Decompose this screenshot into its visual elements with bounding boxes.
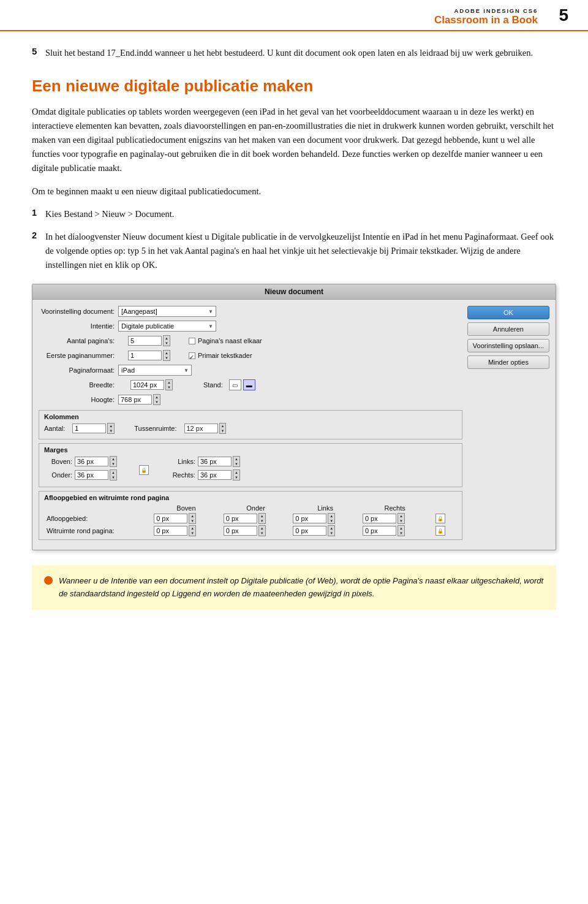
up-arrow2: ▲ bbox=[164, 351, 170, 355]
afloop-boven[interactable]: 0 px ▲▼ bbox=[151, 512, 221, 525]
intentie-label: Intentie: bbox=[39, 322, 118, 330]
links-marge-label: Links: bbox=[167, 458, 198, 465]
eerste-row: Eerste paginanummer: 1 ▲ ▼ Primair tekst… bbox=[39, 350, 462, 361]
wit-links-input[interactable]: 0 px bbox=[293, 526, 326, 536]
rechts-spinner: 36 px ▲ ▼ bbox=[198, 469, 240, 480]
wit-boven-input[interactable]: 0 px bbox=[154, 526, 187, 536]
onder-arrows[interactable]: ▲ ▼ bbox=[110, 469, 117, 480]
lock-icon[interactable]: 🔒 bbox=[139, 465, 149, 475]
wit-boven[interactable]: 0 px ▲▼ bbox=[151, 525, 221, 537]
col-links: Links bbox=[290, 504, 360, 512]
boven-input[interactable]: 36 px bbox=[75, 457, 108, 466]
dialog-form: Voorinstelling document: [Aangepast] ▼ I… bbox=[39, 306, 462, 544]
breedte-input[interactable]: 1024 px bbox=[130, 380, 164, 390]
hoogte-row: Hoogte: 768 px ▲ ▼ bbox=[39, 394, 462, 405]
boven-marge-label: Boven: bbox=[44, 458, 75, 465]
boven-spinner: 36 px ▲ ▼ bbox=[75, 456, 117, 467]
paginaformaat-input[interactable]: iPad ▼ bbox=[118, 365, 192, 376]
paginas-naast-checkbox[interactable] bbox=[189, 338, 195, 344]
portrait-icon[interactable]: ▭ bbox=[229, 379, 241, 390]
paginaformaat-value: iPad bbox=[121, 367, 135, 374]
afloop-rechts[interactable]: 0 px ▲▼ bbox=[360, 512, 430, 525]
marges-right-col: Links: 36 px ▲ ▼ bbox=[167, 456, 240, 484]
afloopgebied-section: Afloopgebied en witruimte rond pagina Bo… bbox=[39, 491, 462, 540]
dropdown-arrow-voorinstelling: ▼ bbox=[208, 309, 213, 314]
wit-lock-icon[interactable]: 🔒 bbox=[435, 526, 445, 536]
paginas-naast-label: Pagina's naast elkaar bbox=[198, 337, 262, 344]
dropdown-arrow-intentie: ▼ bbox=[208, 324, 213, 329]
up-arrow5: ▲ bbox=[108, 424, 114, 428]
afloop-lock-icon[interactable]: 🔒 bbox=[435, 514, 445, 523]
eerste-arrows[interactable]: ▲ ▼ bbox=[163, 350, 170, 361]
wit-rechts-input[interactable]: 0 px bbox=[363, 526, 396, 536]
page-number: 5 bbox=[559, 6, 568, 25]
bleed-table: Boven Onder Links Rechts Afloopgebied: bbox=[44, 504, 457, 537]
series-label: ADOBE INDESIGN CS6 bbox=[434, 7, 538, 14]
afloopgebied-row: Afloopgebied: 0 px ▲▼ 0 px bbox=[44, 512, 457, 525]
voorinstelling-button[interactable]: Voorinstelling opslaan... bbox=[467, 339, 549, 352]
wit-links[interactable]: 0 px ▲▼ bbox=[290, 525, 360, 537]
content-area: 5 Sluit het bestand 17_End.indd wanneer … bbox=[0, 46, 588, 610]
breedte-arrows[interactable]: ▲ ▼ bbox=[165, 379, 173, 390]
afloop-links[interactable]: 0 px ▲▼ bbox=[290, 512, 360, 525]
afloop-onder[interactable]: 0 px ▲▼ bbox=[221, 512, 291, 525]
afloopgebied-row-label: Afloopgebied: bbox=[44, 512, 151, 525]
tussenruimte-input[interactable]: 12 px bbox=[184, 424, 218, 433]
up-arrow4: ▲ bbox=[154, 395, 160, 400]
wit-onder[interactable]: 0 px ▲▼ bbox=[221, 525, 291, 537]
up-arrow: ▲ bbox=[164, 336, 170, 341]
primair-row: Primair tekstkader bbox=[189, 352, 252, 359]
breedte-label: Breedte: bbox=[39, 381, 118, 389]
links-arrows[interactable]: ▲ ▼ bbox=[233, 456, 240, 467]
up-arrow6: ▲ bbox=[220, 424, 226, 428]
down-arrow: ▼ bbox=[164, 341, 170, 346]
intentie-input[interactable]: Digitale publicatie ▼ bbox=[118, 321, 216, 332]
aantal-value: 5 bbox=[130, 337, 134, 344]
hoogte-arrows[interactable]: ▲ ▼ bbox=[153, 394, 160, 405]
afloop-boven-input[interactable]: 0 px bbox=[154, 514, 187, 523]
step-5-text: Sluit het bestand 17_End.indd wanneer u … bbox=[45, 46, 533, 59]
down-arrow5: ▼ bbox=[108, 428, 114, 433]
rechts-marge-row: Rechts: 36 px ▲ ▼ bbox=[167, 469, 240, 480]
hoogte-input[interactable]: 768 px bbox=[118, 395, 152, 405]
primair-checkbox[interactable] bbox=[189, 352, 195, 359]
aantal-input[interactable]: 5 bbox=[128, 336, 162, 346]
annuleren-button[interactable]: Annuleren bbox=[467, 322, 549, 336]
dialog-screenshot: Nieuw document Voorinstelling document: … bbox=[32, 284, 556, 550]
afloop-rechts-input[interactable]: 0 px bbox=[363, 514, 396, 523]
rechts-value: 36 px bbox=[200, 471, 217, 479]
landscape-icon[interactable]: ▬ bbox=[243, 379, 255, 390]
paginas-naast-row: Pagina's naast elkaar bbox=[189, 337, 262, 344]
aantal-kolommen-label: Aantal: bbox=[44, 425, 65, 432]
portrait-glyph: ▭ bbox=[232, 382, 238, 389]
voorinstelling-input[interactable]: [Aangepast] ▼ bbox=[118, 306, 216, 317]
links-value: 36 px bbox=[200, 458, 217, 465]
marges-left-col: Boven: 36 px ▲ ▼ bbox=[44, 456, 117, 484]
links-input[interactable]: 36 px bbox=[198, 457, 232, 466]
tussenruimte-arrows[interactable]: ▲ ▼ bbox=[219, 423, 227, 434]
kolommen-arrows[interactable]: ▲ ▼ bbox=[107, 423, 115, 434]
wit-onder-input[interactable]: 0 px bbox=[224, 526, 257, 536]
dialog-buttons: OK Annuleren Voorinstelling opslaan... M… bbox=[467, 306, 549, 544]
witruimte-row-tr: Witruimte rond pagina: 0 px ▲▼ 0 bbox=[44, 525, 457, 537]
ok-button[interactable]: OK bbox=[467, 306, 549, 319]
onder-marge-row: Onder: 36 px ▲ ▼ bbox=[44, 469, 117, 480]
kolommen-input[interactable]: 1 bbox=[72, 424, 106, 433]
minder-opties-button[interactable]: Minder opties bbox=[467, 355, 549, 369]
afloop-links-input[interactable]: 0 px bbox=[293, 514, 326, 523]
aantal-arrows[interactable]: ▲ ▼ bbox=[163, 335, 170, 346]
breedte-row: Breedte: 1024 px ▲ ▼ Stand: bbox=[39, 379, 462, 390]
afloop-onder-input[interactable]: 0 px bbox=[224, 514, 257, 523]
wit-rechts[interactable]: 0 px ▲▼ bbox=[360, 525, 430, 537]
eerste-input[interactable]: 1 bbox=[128, 351, 162, 360]
boven-marge-row: Boven: 36 px ▲ ▼ bbox=[44, 456, 117, 467]
marges-title: Marges bbox=[44, 446, 457, 454]
rechts-arrows[interactable]: ▲ ▼ bbox=[233, 469, 240, 480]
kolommen-spinner: 1 ▲ ▼ bbox=[72, 423, 115, 434]
onder-input[interactable]: 36 px bbox=[75, 470, 108, 480]
aantal-spinner: 5 ▲ ▼ bbox=[128, 335, 170, 346]
step-5-number: 5 bbox=[32, 46, 45, 56]
boven-arrows[interactable]: ▲ ▼ bbox=[110, 456, 117, 467]
rechts-input[interactable]: 36 px bbox=[198, 470, 232, 480]
aantal-row: Aantal pagina's: 5 ▲ ▼ Pagina's naast el… bbox=[39, 335, 462, 346]
